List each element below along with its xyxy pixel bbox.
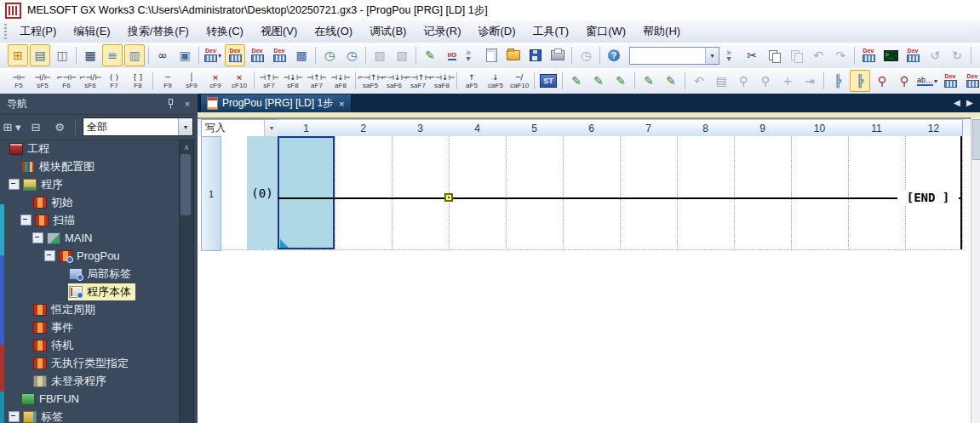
- rising-pulse-op-button[interactable]: ↑aF5: [460, 69, 484, 94]
- menu-debug[interactable]: 调试(B): [361, 21, 415, 42]
- menu-project[interactable]: 工程(P): [11, 21, 65, 42]
- open-contact-button[interactable]: ⊣⊢F5: [7, 69, 31, 94]
- tree-item-standby[interactable]: 待机: [0, 336, 179, 354]
- clock-monitor-button[interactable]: ◷: [319, 44, 340, 66]
- menu-convert[interactable]: 转换(C): [198, 21, 252, 42]
- device-entry-button[interactable]: Dev: [225, 44, 245, 66]
- project-view-button[interactable]: ⊞: [8, 44, 28, 66]
- chevron-down-icon[interactable]: ▾: [264, 120, 278, 136]
- entry-undo-button[interactable]: ↶: [689, 70, 709, 92]
- write-to-plc-button[interactable]: →: [975, 44, 980, 66]
- statement-button[interactable]: ▤: [711, 70, 731, 92]
- tree-expand-icon[interactable]: [32, 232, 43, 243]
- scroll-up-icon[interactable]: ∧: [180, 140, 193, 153]
- vertical-line-button[interactable]: │sF9: [180, 69, 203, 94]
- undo-button[interactable]: ↶: [808, 44, 828, 66]
- closed-branch-button[interactable]: ⌐⊣/⊢sF6: [78, 69, 102, 94]
- falling-pulse-closed-branch-button[interactable]: ⌐⊣↓⊢saF8: [430, 69, 454, 94]
- tree-expand-icon[interactable]: [9, 179, 20, 190]
- falling-pulse-closed-button[interactable]: ⊣↓⊢aF8: [329, 69, 352, 94]
- zoom-replace-button[interactable]: ⚲: [894, 70, 914, 92]
- tree-expand-icon[interactable]: [9, 411, 20, 422]
- monitor-terminal-button[interactable]: >_: [880, 44, 901, 66]
- watch-window-button[interactable]: ▩: [291, 44, 312, 66]
- tree-item-module-config[interactable]: 模块配置图: [0, 157, 179, 175]
- delete-horizontal-line-button[interactable]: ×cF9: [203, 69, 227, 94]
- redo-button[interactable]: ↷: [830, 44, 851, 66]
- collapse-tree-button[interactable]: ⊟: [26, 117, 46, 137]
- inline-st-button[interactable]: ST: [538, 70, 559, 92]
- tree-filter-select[interactable]: 全部 ▾: [83, 117, 193, 136]
- tree-item-fixed-scan[interactable]: 恒定周期: [0, 300, 179, 318]
- tab-progpou[interactable]: ProgPou [PRG] [LD] 1步 ×: [200, 94, 352, 112]
- tree-item-main[interactable]: MAIN: [0, 229, 179, 247]
- tab-scroll-left-icon[interactable]: ◀: [954, 98, 960, 107]
- insert-mode-button[interactable]: +: [777, 70, 798, 92]
- paste-button[interactable]: [786, 44, 806, 66]
- copy-button[interactable]: [764, 44, 784, 66]
- tree-item-scan[interactable]: 扫描: [0, 211, 179, 229]
- tree-item-label[interactable]: 标签: [0, 408, 179, 423]
- module-config-button[interactable]: ▤: [30, 44, 50, 66]
- function-combo[interactable]: ▾: [626, 44, 723, 66]
- connection-point-marker[interactable]: [444, 193, 453, 202]
- rising-pulse-closed-button[interactable]: ⊣↑⊢aF7: [305, 69, 329, 94]
- toolbar-overflow-icon[interactable]: »▾: [463, 45, 473, 66]
- open-project-button[interactable]: [503, 44, 524, 66]
- rising-pulse-button[interactable]: ⊣↑⊢sF7: [257, 69, 281, 94]
- application-instruction-button[interactable]: [ ]F8: [126, 69, 150, 94]
- toolbar-overflow-icon[interactable]: »▾: [724, 45, 734, 66]
- tree-item-event[interactable]: 事件: [0, 318, 179, 336]
- menu-online[interactable]: 在线(O): [306, 21, 361, 42]
- menu-window[interactable]: 窗口(W): [577, 21, 634, 42]
- tab-close-icon[interactable]: ×: [339, 99, 344, 109]
- tree-item-initial[interactable]: 初始: [0, 193, 179, 211]
- ladder-canvas[interactable]: 1 (0) [END ]: [198, 136, 980, 423]
- tree-item-no-exec-type[interactable]: 无执行类型指定: [0, 354, 179, 372]
- tree-item-local-label[interactable]: 局部标签: [0, 265, 179, 283]
- open-branch-button[interactable]: ⌐⊣⊢F6: [54, 69, 78, 94]
- tree-display-active-button[interactable]: ╠: [850, 70, 870, 92]
- print-button[interactable]: [547, 44, 568, 66]
- device-find2-button[interactable]: Dev: [858, 44, 879, 66]
- cut-button[interactable]: ✂: [742, 44, 762, 66]
- selected-cell[interactable]: [278, 136, 335, 249]
- sync-write-button[interactable]: ↻: [947, 44, 967, 66]
- menu-tools[interactable]: 工具(T): [524, 21, 578, 42]
- register-label-button[interactable]: ab…▾: [916, 70, 938, 92]
- close-icon[interactable]: ×: [181, 97, 194, 111]
- save-project-button[interactable]: [525, 44, 546, 66]
- tree-item-project[interactable]: 工程: [0, 140, 179, 157]
- hk-monitor-button[interactable]: Dev: [903, 44, 923, 66]
- scrollbar-thumb[interactable]: [972, 119, 980, 160]
- project-time-button[interactable]: ◷: [576, 44, 596, 66]
- tree-item-fbfun[interactable]: FB/FUN: [0, 390, 179, 408]
- tree-expand-icon[interactable]: [44, 250, 55, 261]
- help-button[interactable]: ?: [604, 44, 624, 66]
- coil-button[interactable]: ( )F7: [102, 69, 126, 94]
- falling-pulse-branch-button[interactable]: ⌐⊣↓⊢saF6: [382, 69, 406, 94]
- find-contact-button[interactable]: ⚲: [733, 70, 754, 92]
- tree-display-button[interactable]: ╠: [828, 70, 848, 92]
- device-find-button[interactable]: Dev▾: [203, 44, 223, 66]
- cross-reference-button[interactable]: ∞: [152, 44, 173, 66]
- mode-select[interactable]: 写入 ▾: [201, 119, 279, 137]
- delete-vertical-line-button[interactable]: ×cF10: [227, 69, 251, 94]
- falling-pulse-button[interactable]: ⊣↓⊢sF8: [281, 69, 305, 94]
- pin-icon[interactable]: [163, 97, 177, 111]
- jump-button[interactable]: ⇥: [799, 70, 820, 92]
- find-window-button[interactable]: ▣: [175, 44, 195, 66]
- editor-scrollbar[interactable]: [971, 117, 980, 423]
- rising-pulse-branch-button[interactable]: ⌐⊣↑⊢saF5: [358, 69, 382, 94]
- invert-result-button[interactable]: ─/caF10: [507, 69, 531, 94]
- menu-find-replace[interactable]: 搜索/替换(F): [119, 21, 198, 42]
- parameter-button[interactable]: ◫: [52, 44, 72, 66]
- edit-wire-button[interactable]: ✎: [566, 70, 587, 92]
- sort-settings-button[interactable]: ⚙: [49, 117, 70, 137]
- find-coil-button[interactable]: ⚲: [755, 70, 776, 92]
- rising-pulse-closed-branch-button[interactable]: ⌐⊣↑⊢saF7: [406, 69, 430, 94]
- device-zoom-find-button[interactable]: Dev: [940, 70, 960, 92]
- horizontal-line-button[interactable]: ─F9: [156, 69, 180, 94]
- new-project-button[interactable]: [481, 44, 501, 66]
- falling-pulse-op-button[interactable]: ↓caF5: [484, 69, 507, 94]
